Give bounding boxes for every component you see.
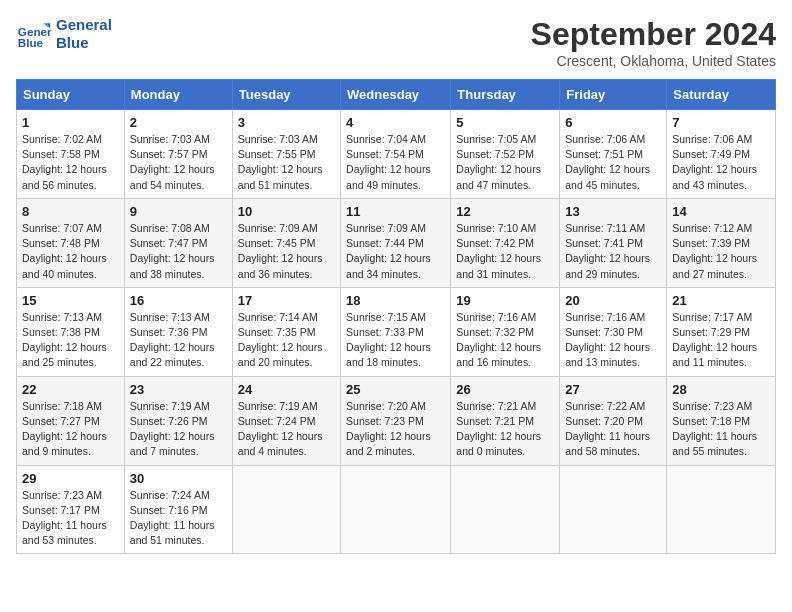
day-detail: Sunrise: 7:22 AM Sunset: 7:20 PM Dayligh…: [565, 399, 661, 460]
day-number: 14: [672, 204, 770, 219]
calendar-cell: 25Sunrise: 7:20 AM Sunset: 7:23 PM Dayli…: [341, 376, 451, 465]
calendar-cell: 11Sunrise: 7:09 AM Sunset: 7:44 PM Dayli…: [341, 198, 451, 287]
calendar-week-row: 29Sunrise: 7:23 AM Sunset: 7:17 PM Dayli…: [17, 465, 776, 554]
calendar-cell: 13Sunrise: 7:11 AM Sunset: 7:41 PM Dayli…: [560, 198, 667, 287]
day-detail: Sunrise: 7:19 AM Sunset: 7:24 PM Dayligh…: [238, 399, 335, 460]
day-detail: Sunrise: 7:24 AM Sunset: 7:16 PM Dayligh…: [130, 488, 227, 549]
day-detail: Sunrise: 7:23 AM Sunset: 7:18 PM Dayligh…: [672, 399, 770, 460]
calendar-header: SundayMondayTuesdayWednesdayThursdayFrid…: [17, 80, 776, 110]
day-number: 17: [238, 293, 335, 308]
day-number: 19: [456, 293, 554, 308]
day-number: 26: [456, 382, 554, 397]
svg-text:Blue: Blue: [18, 36, 44, 49]
calendar-cell: 10Sunrise: 7:09 AM Sunset: 7:45 PM Dayli…: [232, 198, 340, 287]
day-detail: Sunrise: 7:12 AM Sunset: 7:39 PM Dayligh…: [672, 221, 770, 282]
calendar-cell: 20Sunrise: 7:16 AM Sunset: 7:30 PM Dayli…: [560, 287, 667, 376]
calendar-cell: 19Sunrise: 7:16 AM Sunset: 7:32 PM Dayli…: [451, 287, 560, 376]
day-number: 15: [22, 293, 119, 308]
day-number: 24: [238, 382, 335, 397]
day-number: 21: [672, 293, 770, 308]
day-number: 18: [346, 293, 445, 308]
day-number: 16: [130, 293, 227, 308]
calendar-cell: 14Sunrise: 7:12 AM Sunset: 7:39 PM Dayli…: [667, 198, 776, 287]
calendar-cell: [667, 465, 776, 554]
day-detail: Sunrise: 7:08 AM Sunset: 7:47 PM Dayligh…: [130, 221, 227, 282]
day-detail: Sunrise: 7:19 AM Sunset: 7:26 PM Dayligh…: [130, 399, 227, 460]
day-number: 28: [672, 382, 770, 397]
day-detail: Sunrise: 7:17 AM Sunset: 7:29 PM Dayligh…: [672, 310, 770, 371]
calendar-cell: 22Sunrise: 7:18 AM Sunset: 7:27 PM Dayli…: [17, 376, 125, 465]
header: General Blue General Blue September 2024…: [16, 16, 776, 69]
calendar-cell: 27Sunrise: 7:22 AM Sunset: 7:20 PM Dayli…: [560, 376, 667, 465]
calendar-cell: 9Sunrise: 7:08 AM Sunset: 7:47 PM Daylig…: [124, 198, 232, 287]
calendar-week-row: 8Sunrise: 7:07 AM Sunset: 7:48 PM Daylig…: [17, 198, 776, 287]
calendar-cell: 7Sunrise: 7:06 AM Sunset: 7:49 PM Daylig…: [667, 110, 776, 199]
calendar-cell: 4Sunrise: 7:04 AM Sunset: 7:54 PM Daylig…: [341, 110, 451, 199]
day-detail: Sunrise: 7:07 AM Sunset: 7:48 PM Dayligh…: [22, 221, 119, 282]
calendar-cell: 17Sunrise: 7:14 AM Sunset: 7:35 PM Dayli…: [232, 287, 340, 376]
weekday-header: Thursday: [451, 80, 560, 110]
day-detail: Sunrise: 7:10 AM Sunset: 7:42 PM Dayligh…: [456, 221, 554, 282]
calendar-cell: 12Sunrise: 7:10 AM Sunset: 7:42 PM Dayli…: [451, 198, 560, 287]
day-detail: Sunrise: 7:03 AM Sunset: 7:57 PM Dayligh…: [130, 132, 227, 193]
day-detail: Sunrise: 7:14 AM Sunset: 7:35 PM Dayligh…: [238, 310, 335, 371]
day-number: 6: [565, 115, 661, 130]
day-detail: Sunrise: 7:13 AM Sunset: 7:38 PM Dayligh…: [22, 310, 119, 371]
calendar-cell: 21Sunrise: 7:17 AM Sunset: 7:29 PM Dayli…: [667, 287, 776, 376]
day-number: 11: [346, 204, 445, 219]
weekday-header: Friday: [560, 80, 667, 110]
calendar-cell: 18Sunrise: 7:15 AM Sunset: 7:33 PM Dayli…: [341, 287, 451, 376]
calendar-cell: 5Sunrise: 7:05 AM Sunset: 7:52 PM Daylig…: [451, 110, 560, 199]
weekday-header: Sunday: [17, 80, 125, 110]
day-detail: Sunrise: 7:02 AM Sunset: 7:58 PM Dayligh…: [22, 132, 119, 193]
day-detail: Sunrise: 7:11 AM Sunset: 7:41 PM Dayligh…: [565, 221, 661, 282]
day-detail: Sunrise: 7:03 AM Sunset: 7:55 PM Dayligh…: [238, 132, 335, 193]
logo: General Blue General Blue: [16, 16, 112, 52]
day-detail: Sunrise: 7:05 AM Sunset: 7:52 PM Dayligh…: [456, 132, 554, 193]
day-number: 13: [565, 204, 661, 219]
calendar-cell: 6Sunrise: 7:06 AM Sunset: 7:51 PM Daylig…: [560, 110, 667, 199]
weekday-header: Tuesday: [232, 80, 340, 110]
day-number: 10: [238, 204, 335, 219]
day-detail: Sunrise: 7:09 AM Sunset: 7:44 PM Dayligh…: [346, 221, 445, 282]
day-number: 7: [672, 115, 770, 130]
day-number: 20: [565, 293, 661, 308]
calendar-cell: [560, 465, 667, 554]
calendar-week-row: 15Sunrise: 7:13 AM Sunset: 7:38 PM Dayli…: [17, 287, 776, 376]
logo-line1: General: [56, 16, 112, 34]
day-detail: Sunrise: 7:18 AM Sunset: 7:27 PM Dayligh…: [22, 399, 119, 460]
day-detail: Sunrise: 7:06 AM Sunset: 7:51 PM Dayligh…: [565, 132, 661, 193]
day-detail: Sunrise: 7:06 AM Sunset: 7:49 PM Dayligh…: [672, 132, 770, 193]
logo-text: General Blue: [56, 16, 112, 52]
calendar-cell: [341, 465, 451, 554]
title-area: September 2024 Crescent, Oklahoma, Unite…: [531, 16, 776, 69]
day-number: 5: [456, 115, 554, 130]
day-number: 8: [22, 204, 119, 219]
logo-line2: Blue: [56, 34, 112, 52]
weekday-header: Monday: [124, 80, 232, 110]
calendar-cell: 28Sunrise: 7:23 AM Sunset: 7:18 PM Dayli…: [667, 376, 776, 465]
calendar-cell: 3Sunrise: 7:03 AM Sunset: 7:55 PM Daylig…: [232, 110, 340, 199]
calendar-week-row: 22Sunrise: 7:18 AM Sunset: 7:27 PM Dayli…: [17, 376, 776, 465]
calendar-cell: 23Sunrise: 7:19 AM Sunset: 7:26 PM Dayli…: [124, 376, 232, 465]
location-title: Crescent, Oklahoma, United States: [531, 53, 776, 69]
calendar-cell: 2Sunrise: 7:03 AM Sunset: 7:57 PM Daylig…: [124, 110, 232, 199]
day-detail: Sunrise: 7:09 AM Sunset: 7:45 PM Dayligh…: [238, 221, 335, 282]
day-detail: Sunrise: 7:16 AM Sunset: 7:32 PM Dayligh…: [456, 310, 554, 371]
day-number: 30: [130, 471, 227, 486]
calendar-cell: 16Sunrise: 7:13 AM Sunset: 7:36 PM Dayli…: [124, 287, 232, 376]
calendar-cell: [451, 465, 560, 554]
day-number: 23: [130, 382, 227, 397]
day-detail: Sunrise: 7:23 AM Sunset: 7:17 PM Dayligh…: [22, 488, 119, 549]
day-detail: Sunrise: 7:20 AM Sunset: 7:23 PM Dayligh…: [346, 399, 445, 460]
calendar-cell: [232, 465, 340, 554]
calendar-cell: 30Sunrise: 7:24 AM Sunset: 7:16 PM Dayli…: [124, 465, 232, 554]
calendar-table: SundayMondayTuesdayWednesdayThursdayFrid…: [16, 79, 776, 554]
day-number: 29: [22, 471, 119, 486]
day-detail: Sunrise: 7:13 AM Sunset: 7:36 PM Dayligh…: [130, 310, 227, 371]
calendar-cell: 24Sunrise: 7:19 AM Sunset: 7:24 PM Dayli…: [232, 376, 340, 465]
day-number: 1: [22, 115, 119, 130]
day-number: 4: [346, 115, 445, 130]
day-number: 2: [130, 115, 227, 130]
calendar-cell: 1Sunrise: 7:02 AM Sunset: 7:58 PM Daylig…: [17, 110, 125, 199]
